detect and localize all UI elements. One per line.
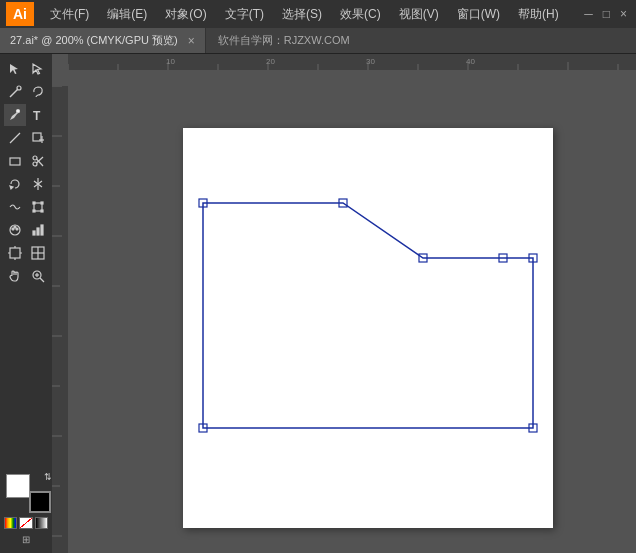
svg-line-36	[40, 278, 44, 282]
svg-rect-56	[52, 86, 68, 553]
svg-point-22	[16, 228, 18, 230]
svg-rect-17	[41, 202, 43, 204]
tab-close-button[interactable]: ×	[188, 34, 195, 48]
svg-text:T: T	[33, 109, 41, 122]
window-close[interactable]: ×	[617, 7, 630, 21]
free-transform-tool[interactable]	[27, 196, 49, 218]
magic-wand-tool[interactable]	[4, 81, 26, 103]
shape-builder-tool[interactable]	[27, 127, 49, 149]
menu-file[interactable]: 文件(F)	[42, 4, 97, 25]
svg-rect-18	[33, 210, 35, 212]
vector-shape	[183, 128, 553, 528]
graph-tool[interactable]	[27, 219, 49, 241]
rotate-tool[interactable]	[4, 173, 26, 195]
left-toolbar: T	[0, 54, 52, 553]
gradient-icon[interactable]	[35, 517, 48, 529]
tool-row-warp	[2, 196, 50, 218]
tool-row-symbol	[2, 219, 50, 241]
title-bar: Ai 文件(F) 编辑(E) 对象(O) 文字(T) 选择(S) 效果(C) 视…	[0, 0, 636, 28]
tab-label: 27.ai* @ 200% (CMYK/GPU 预览)	[10, 33, 178, 48]
svg-text:20: 20	[266, 57, 275, 66]
svg-rect-25	[37, 228, 39, 235]
canvas-area[interactable]: 10 20 30 40	[52, 54, 636, 553]
tab-bar: 27.ai* @ 200% (CMYK/GPU 预览) × 软件自学网：RJZX…	[0, 28, 636, 54]
svg-rect-24	[33, 231, 35, 235]
svg-rect-39	[68, 54, 636, 70]
menu-effect[interactable]: 效果(C)	[332, 4, 389, 25]
none-color-icon[interactable]	[19, 517, 32, 529]
stroke-color-box[interactable]	[29, 491, 51, 513]
svg-rect-26	[41, 225, 43, 235]
active-tab[interactable]: 27.ai* @ 200% (CMYK/GPU 预览) ×	[0, 28, 206, 53]
menu-type[interactable]: 文字(T)	[217, 4, 272, 25]
tab-website: 软件自学网：RJZXW.COM	[206, 33, 362, 48]
tool-row-selection	[2, 58, 50, 80]
menu-select[interactable]: 选择(S)	[274, 4, 330, 25]
fill-color-box[interactable]	[6, 474, 30, 498]
artboard	[183, 128, 553, 528]
ruler-top: 10 20 30 40	[68, 54, 636, 70]
tool-row-rotate	[2, 173, 50, 195]
svg-text:40: 40	[466, 57, 475, 66]
svg-line-0	[10, 89, 18, 97]
tool-row-line	[2, 127, 50, 149]
stroke-fill-box: ⇅	[4, 472, 52, 514]
lasso-tool[interactable]	[27, 81, 49, 103]
symbol-tool[interactable]	[4, 219, 26, 241]
menu-view[interactable]: 视图(V)	[391, 4, 447, 25]
svg-rect-16	[33, 202, 35, 204]
canvas-content[interactable]	[84, 86, 636, 553]
menu-window[interactable]: 窗口(W)	[449, 4, 508, 25]
artboard-tool[interactable]	[4, 242, 26, 264]
svg-line-4	[10, 133, 20, 143]
tool-row-artboard	[2, 242, 50, 264]
main-layout: T	[0, 54, 636, 553]
direct-selection-tool[interactable]	[27, 58, 49, 80]
svg-marker-13	[10, 186, 13, 189]
scissors-tool[interactable]	[27, 150, 49, 172]
tool-row-pen: T	[2, 104, 50, 126]
swap-colors-icon[interactable]: ⇅	[44, 472, 52, 482]
type-tool[interactable]: T	[27, 104, 49, 126]
tool-row-magic	[2, 81, 50, 103]
color-area: ⇅ ⊞	[2, 468, 50, 549]
tool-row-shape	[2, 150, 50, 172]
color-mode-row	[4, 517, 48, 529]
slice-tool[interactable]	[27, 242, 49, 264]
menu-edit[interactable]: 编辑(E)	[99, 4, 155, 25]
svg-rect-19	[41, 210, 43, 212]
color-icon[interactable]	[4, 517, 17, 529]
svg-text:10: 10	[166, 57, 175, 66]
svg-point-21	[12, 228, 14, 230]
menu-bar: 文件(F) 编辑(E) 对象(O) 文字(T) 选择(S) 效果(C) 视图(V…	[42, 4, 581, 25]
zoom-tool[interactable]	[27, 265, 49, 287]
ruler-left	[52, 86, 68, 553]
hand-tool[interactable]	[4, 265, 26, 287]
svg-rect-8	[10, 158, 20, 165]
svg-point-2	[16, 110, 19, 113]
screen-mode-button[interactable]: ⊞	[4, 534, 48, 545]
rectangle-tool[interactable]	[4, 150, 26, 172]
window-minimize[interactable]: ─	[581, 7, 596, 21]
svg-point-1	[17, 86, 21, 90]
svg-rect-27	[10, 248, 20, 258]
menu-help[interactable]: 帮助(H)	[510, 4, 567, 25]
selection-tool[interactable]	[4, 58, 26, 80]
menu-object[interactable]: 对象(O)	[157, 4, 214, 25]
svg-text:30: 30	[366, 57, 375, 66]
pen-tool[interactable]	[4, 104, 26, 126]
svg-point-23	[14, 226, 16, 228]
window-maximize[interactable]: □	[600, 7, 613, 21]
warp-tool[interactable]	[4, 196, 26, 218]
tool-row-hand	[2, 265, 50, 287]
line-tool[interactable]	[4, 127, 26, 149]
ai-logo: Ai	[6, 2, 34, 26]
reflect-tool[interactable]	[27, 173, 49, 195]
